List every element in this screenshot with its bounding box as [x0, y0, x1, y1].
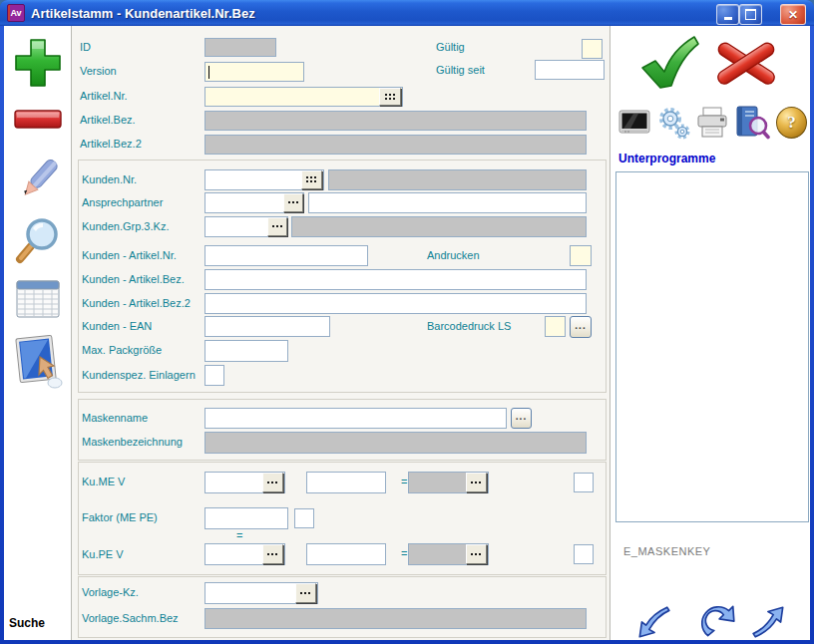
- kunden-artikel-nr-input[interactable]: [204, 245, 368, 266]
- kunden-nr-label: Kunden.Nr.: [82, 172, 137, 187]
- sidebar-footer-label: Suche: [9, 616, 45, 630]
- ok-button[interactable]: [638, 34, 700, 92]
- ellipsis-dots-icon: [288, 201, 299, 204]
- artikel-nr-input[interactable]: [204, 87, 403, 107]
- arrow-up-right-icon: [750, 604, 788, 640]
- maximize-icon: [745, 9, 756, 20]
- ku-pe-v-lookup-button[interactable]: [262, 544, 283, 564]
- kunden-grp-bez-field: [291, 216, 587, 237]
- grid-dots-icon: [385, 94, 396, 101]
- faktor-checkbox[interactable]: [294, 508, 314, 528]
- ellipsis-dots-icon: [267, 482, 278, 484]
- gueltig-label: Gültig: [436, 40, 465, 55]
- table-grid-icon: [15, 277, 61, 321]
- maskenname-input[interactable]: [204, 408, 507, 429]
- red-x-icon: [714, 38, 778, 90]
- delete-record-button[interactable]: [10, 108, 66, 132]
- screen-icon: [618, 110, 650, 137]
- faktor-input[interactable]: [204, 507, 288, 529]
- id-label: ID: [80, 40, 91, 55]
- ku-me-v-checkbox[interactable]: [574, 473, 594, 492]
- andrucken-checkbox[interactable]: [570, 245, 592, 266]
- kundenspez-einlagern-checkbox[interactable]: [204, 365, 224, 386]
- ku-pe-v-checkbox[interactable]: [574, 544, 594, 564]
- search-record-button[interactable]: [10, 213, 66, 269]
- vorlage-kz-lookup-button[interactable]: [295, 583, 316, 603]
- artikel-nr-lookup-button[interactable]: [379, 88, 401, 106]
- artikel-bez2-label: Artikel.Bez.2: [80, 137, 142, 152]
- barcodedruck-options-button[interactable]: ...: [570, 316, 592, 338]
- ku-me-v-lookup-button[interactable]: [262, 473, 283, 492]
- ansprechpartner-name-field[interactable]: [308, 192, 587, 213]
- max-packgroesse-input[interactable]: [204, 340, 288, 362]
- list-view-button[interactable]: [10, 277, 66, 321]
- ellipsis-dots-icon: [471, 482, 482, 484]
- ku-pe-v-equals: =: [401, 546, 407, 561]
- version-input[interactable]: [204, 62, 304, 82]
- kunden-ean-input[interactable]: [204, 316, 330, 337]
- ellipsis-dots-icon: [300, 592, 311, 595]
- kunden-artikel-nr-label: Kunden - Artikel.Nr.: [82, 248, 177, 263]
- kunden-grp-lookup-button[interactable]: [267, 217, 287, 236]
- window-title: Artikelstamm - Kundenartikel.Nr.Bez: [31, 6, 814, 21]
- ku-me-v-eq-lookup-button[interactable]: [466, 473, 487, 492]
- subprograms-title: Unterprogramme: [618, 152, 715, 165]
- screen-toolbar-button[interactable]: [618, 110, 650, 137]
- faktor-equals: =: [236, 528, 242, 543]
- report-search-toolbar-button[interactable]: [733, 105, 770, 140]
- id-field: [204, 38, 276, 57]
- maximize-button[interactable]: [739, 4, 762, 25]
- barcodedruck-checkbox[interactable]: [545, 316, 566, 337]
- nav-back-button[interactable]: [634, 604, 672, 640]
- magnifier-icon: [11, 213, 65, 269]
- add-record-button[interactable]: [10, 36, 66, 92]
- app-icon-label: Av: [10, 8, 21, 18]
- mask-select-button[interactable]: [10, 333, 66, 395]
- edit-record-button[interactable]: [10, 154, 66, 207]
- subprograms-listbox[interactable]: [615, 171, 809, 522]
- ku-pe-v-label: Ku.PE V: [82, 547, 124, 562]
- app-window: Av Artikelstamm - Kundenartikel.Nr.Bez ✕: [0, 0, 814, 644]
- minimize-icon: [724, 17, 732, 20]
- pencil-icon: [12, 154, 64, 207]
- vorlage-sachm-bez-field: [204, 608, 587, 629]
- ansprechpartner-lookup-button[interactable]: [283, 193, 303, 212]
- ku-pe-v-menge-input[interactable]: [306, 543, 386, 565]
- window-titlebar[interactable]: Av Artikelstamm - Kundenartikel.Nr.Bez ✕: [0, 0, 814, 26]
- close-button[interactable]: ✕: [780, 4, 806, 25]
- nav-forward-button[interactable]: [750, 604, 788, 640]
- ku-me-v-menge-input[interactable]: [306, 472, 386, 493]
- artikel-bez2-field: [204, 135, 587, 155]
- kunden-artikel-bez-label: Kunden - Artikel.Bez.: [82, 272, 185, 287]
- settings-toolbar-button[interactable]: [656, 106, 690, 140]
- ellipsis-dots-icon: [267, 553, 278, 556]
- mask-key-label: E_MASKENKEY: [623, 545, 710, 557]
- minimize-button[interactable]: [716, 4, 739, 25]
- green-plus-icon: [12, 36, 64, 92]
- ellipsis-dots-icon: [471, 553, 482, 556]
- maskenname-lookup-button[interactable]: ...: [511, 408, 532, 429]
- maskenbezeichnung-field: [204, 432, 587, 454]
- ellipsis-icon: ...: [575, 321, 586, 330]
- app-icon[interactable]: Av: [7, 4, 25, 22]
- version-label: Version: [80, 64, 117, 79]
- kunden-grp-label: Kunden.Grp.3.Kz.: [82, 219, 169, 234]
- kunden-nr-lookup-button[interactable]: [301, 170, 322, 189]
- cancel-button[interactable]: [714, 38, 778, 90]
- kunden-artikel-bez-input[interactable]: [204, 269, 587, 290]
- help-glyph: ?: [787, 113, 796, 133]
- ansprechpartner-label: Ansprechpartner: [82, 195, 163, 210]
- ku-pe-v-eq-lookup-button[interactable]: [466, 544, 487, 564]
- print-toolbar-button[interactable]: [695, 107, 729, 138]
- gueltig-checkbox[interactable]: [582, 39, 603, 59]
- artikel-bez-field: [204, 111, 587, 131]
- kundenspez-einlagern-label: Kundenspez. Einlagern: [82, 368, 196, 383]
- kunden-artikel-bez2-input[interactable]: [204, 293, 587, 314]
- refresh-button[interactable]: [694, 598, 738, 642]
- help-toolbar-button[interactable]: ?: [776, 107, 807, 138]
- kunden-ean-label: Kunden - EAN: [82, 319, 152, 334]
- gueltig-seit-input[interactable]: [535, 60, 605, 80]
- kunden-artikel-bez2-label: Kunden - Artikel.Bez.2: [82, 296, 191, 311]
- gueltig-seit-label: Gültig seit: [436, 63, 485, 78]
- maskenbezeichnung-label: Maskenbezeichnung: [82, 435, 183, 450]
